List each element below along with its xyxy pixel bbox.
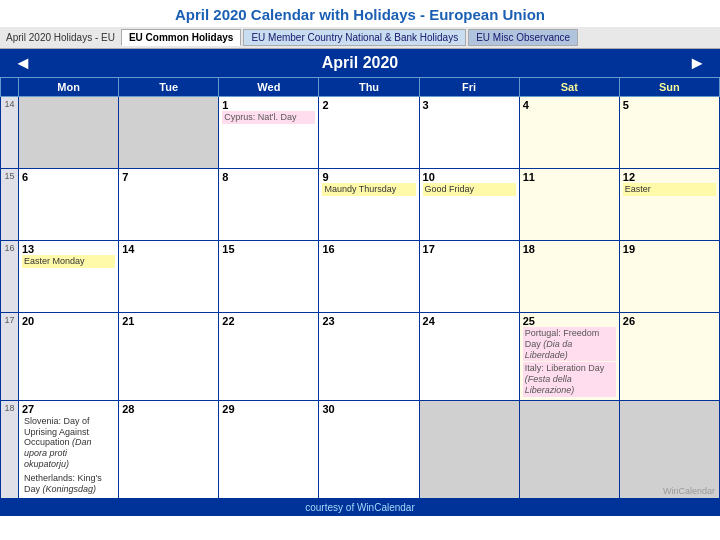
table-row: 14 — [119, 241, 219, 313]
table-row: 11 — [519, 169, 619, 241]
table-row: 12Easter — [619, 169, 719, 241]
table-row: 4 — [519, 97, 619, 169]
day-number: 9 — [322, 171, 415, 183]
prev-month-button[interactable]: ◄ — [0, 53, 46, 74]
day-number: 22 — [222, 315, 315, 327]
next-month-button[interactable]: ► — [674, 53, 720, 74]
table-row: 30 — [319, 400, 419, 499]
day-number: 5 — [623, 99, 716, 111]
day-number: 26 — [623, 315, 716, 327]
table-row: 21 — [119, 313, 219, 401]
page-title: April 2020 Calendar with Holidays - Euro… — [0, 0, 720, 27]
header-wed: Wed — [219, 78, 319, 97]
day-number: 28 — [122, 403, 215, 415]
day-number: 19 — [623, 243, 716, 255]
day-number: 6 — [22, 171, 115, 183]
event-label: Maundy Thursday — [322, 183, 415, 196]
week-number: 15 — [1, 169, 19, 241]
header-fri: Fri — [419, 78, 519, 97]
day-number: 23 — [322, 315, 415, 327]
table-row — [419, 400, 519, 499]
event-label: Slovenia: Day of Uprising Against Occupa… — [22, 415, 115, 471]
calendar-nav: ◄ April 2020 ► — [0, 49, 720, 77]
day-number: 13 — [22, 243, 115, 255]
header-sat: Sat — [519, 78, 619, 97]
table-row: 6 — [19, 169, 119, 241]
table-row: 5 — [619, 97, 719, 169]
table-row: 20 — [19, 313, 119, 401]
calendar-week-row: 156789Maundy Thursday10Good Friday1112Ea… — [1, 169, 720, 241]
day-number: 21 — [122, 315, 215, 327]
calendar-week-row: 141Cyprus: Nat'l. Day2345 — [1, 97, 720, 169]
table-row: 25Portugal: Freedom Day (Dia da Liberdad… — [519, 313, 619, 401]
tabs-row: April 2020 Holidays - EU EU Common Holid… — [0, 27, 720, 49]
month-year-title: April 2020 — [322, 54, 398, 72]
day-number: 8 — [222, 171, 315, 183]
table-row: 18 — [519, 241, 619, 313]
day-number: 2 — [322, 99, 415, 111]
calendar-week-row: 17202122232425Portugal: Freedom Day (Dia… — [1, 313, 720, 401]
table-row: 28 — [119, 400, 219, 499]
table-row: 23 — [319, 313, 419, 401]
day-number: 29 — [222, 403, 315, 415]
day-number: 4 — [523, 99, 616, 111]
event-label: Easter Monday — [22, 255, 115, 268]
day-number: 24 — [423, 315, 516, 327]
footer-text: courtesy of WinCalendar — [305, 502, 415, 513]
calendar-week-row: 1827Slovenia: Day of Uprising Against Oc… — [1, 400, 720, 499]
tab-eu-misc[interactable]: EU Misc Observance — [468, 29, 578, 46]
day-number: 17 — [423, 243, 516, 255]
calendar-table: Mon Tue Wed Thu Fri Sat Sun 141Cyprus: N… — [0, 77, 720, 499]
day-number: 30 — [322, 403, 415, 415]
day-number: 1 — [222, 99, 315, 111]
week-number: 17 — [1, 313, 19, 401]
wincalendar-watermark: WinCalendar — [663, 486, 715, 496]
header-sun: Sun — [619, 78, 719, 97]
day-number: 16 — [322, 243, 415, 255]
table-row: 9Maundy Thursday — [319, 169, 419, 241]
table-row — [519, 400, 619, 499]
day-number: 7 — [122, 171, 215, 183]
day-number: 3 — [423, 99, 516, 111]
table-row: 24 — [419, 313, 519, 401]
table-row: 3 — [419, 97, 519, 169]
table-row: 29 — [219, 400, 319, 499]
day-number: 25 — [523, 315, 616, 327]
event-label: Netherlands: King's Day (Koningsdag) — [22, 472, 115, 496]
day-number: 14 — [122, 243, 215, 255]
tab-eu-common[interactable]: EU Common Holidays — [121, 29, 241, 46]
table-row: 2 — [319, 97, 419, 169]
table-row: 10Good Friday — [419, 169, 519, 241]
day-number: 10 — [423, 171, 516, 183]
table-row — [19, 97, 119, 169]
footer: courtesy of WinCalendar — [0, 499, 720, 516]
tab-label: April 2020 Holidays - EU — [6, 32, 115, 43]
table-row: 26 — [619, 313, 719, 401]
day-number: 15 — [222, 243, 315, 255]
table-row: 17 — [419, 241, 519, 313]
calendar-week-row: 1613Easter Monday141516171819 — [1, 241, 720, 313]
table-row: 8 — [219, 169, 319, 241]
header-mon: Mon — [19, 78, 119, 97]
table-row: 22 — [219, 313, 319, 401]
event-label: Easter — [623, 183, 716, 196]
calendar-header-row: Mon Tue Wed Thu Fri Sat Sun — [1, 78, 720, 97]
tab-eu-national[interactable]: EU Member Country National & Bank Holida… — [243, 29, 466, 46]
table-row — [119, 97, 219, 169]
day-number: 11 — [523, 171, 616, 183]
table-row: WinCalendar — [619, 400, 719, 499]
week-number: 14 — [1, 97, 19, 169]
header-thu: Thu — [319, 78, 419, 97]
day-number: 20 — [22, 315, 115, 327]
table-row: 7 — [119, 169, 219, 241]
table-row: 27Slovenia: Day of Uprising Against Occu… — [19, 400, 119, 499]
week-number: 16 — [1, 241, 19, 313]
day-number: 12 — [623, 171, 716, 183]
event-label: Good Friday — [423, 183, 516, 196]
event-label: Cyprus: Nat'l. Day — [222, 111, 315, 124]
table-row: 1Cyprus: Nat'l. Day — [219, 97, 319, 169]
table-row: 15 — [219, 241, 319, 313]
event-label: Italy: Liberation Day (Festa della Liber… — [523, 362, 616, 396]
day-number: 18 — [523, 243, 616, 255]
table-row: 16 — [319, 241, 419, 313]
